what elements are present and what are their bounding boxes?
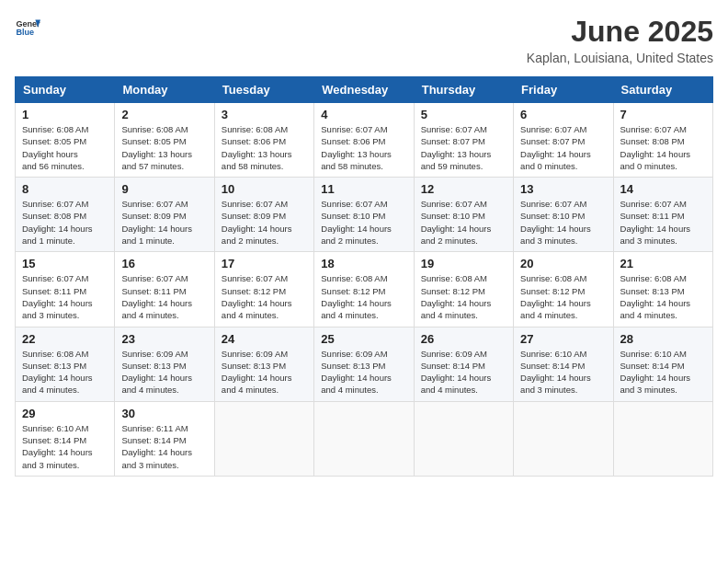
day-12: 12 Sunrise: 6:07 AMSunset: 8:10 PMDaylig… <box>414 178 513 252</box>
day-26: 26 Sunrise: 6:09 AMSunset: 8:14 PMDaylig… <box>414 327 513 401</box>
calendar-title: June 2025 <box>527 15 713 49</box>
header-friday: Friday <box>514 77 613 103</box>
week-row-5: 29 Sunrise: 6:10 AMSunset: 8:14 PMDaylig… <box>16 401 713 476</box>
day-15: 15 Sunrise: 6:07 AMSunset: 8:11 PMDaylig… <box>16 252 115 327</box>
week-row-1: 1 Sunrise: 6:08 AMSunset: 8:05 PMDayligh… <box>16 103 713 178</box>
day-18: 18 Sunrise: 6:08 AMSunset: 8:12 PMDaylig… <box>314 252 414 327</box>
day-16: 16 Sunrise: 6:07 AMSunset: 8:11 PMDaylig… <box>115 252 214 327</box>
empty-cell <box>314 401 414 476</box>
day-23: 23 Sunrise: 6:09 AMSunset: 8:13 PMDaylig… <box>115 327 214 401</box>
calendar-table: Sunday Monday Tuesday Wednesday Thursday… <box>15 76 713 477</box>
calendar-subtitle: Kaplan, Louisiana, United States <box>527 51 713 65</box>
header-saturday: Saturday <box>613 77 712 103</box>
empty-cell <box>514 401 613 476</box>
logo-icon: General Blue <box>15 15 40 40</box>
day-11: 11 Sunrise: 6:07 AMSunset: 8:10 PMDaylig… <box>314 178 414 252</box>
header-tuesday: Tuesday <box>214 77 313 103</box>
week-row-3: 15 Sunrise: 6:07 AMSunset: 8:11 PMDaylig… <box>16 252 713 327</box>
day-8: 8 Sunrise: 6:07 AMSunset: 8:08 PMDayligh… <box>16 178 115 252</box>
empty-cell <box>214 401 313 476</box>
header-wednesday: Wednesday <box>314 77 414 103</box>
day-6: 6 Sunrise: 6:07 AMSunset: 8:07 PMDayligh… <box>514 103 613 178</box>
day-1: 1 Sunrise: 6:08 AMSunset: 8:05 PMDayligh… <box>16 103 115 178</box>
header-thursday: Thursday <box>414 77 513 103</box>
day-20: 20 Sunrise: 6:08 AMSunset: 8:12 PMDaylig… <box>514 252 613 327</box>
week-row-4: 22 Sunrise: 6:08 AMSunset: 8:13 PMDaylig… <box>16 327 713 401</box>
day-4: 4 Sunrise: 6:07 AMSunset: 8:06 PMDayligh… <box>314 103 414 178</box>
logo: General Blue <box>15 15 40 40</box>
day-3: 3 Sunrise: 6:08 AMSunset: 8:06 PMDayligh… <box>214 103 313 178</box>
day-19: 19 Sunrise: 6:08 AMSunset: 8:12 PMDaylig… <box>414 252 513 327</box>
day-2: 2 Sunrise: 6:08 AMSunset: 8:05 PMDayligh… <box>115 103 214 178</box>
day-30: 30 Sunrise: 6:11 AMSunset: 8:14 PMDaylig… <box>115 401 214 476</box>
day-29: 29 Sunrise: 6:10 AMSunset: 8:14 PMDaylig… <box>16 401 115 476</box>
empty-cell <box>613 401 712 476</box>
day-24: 24 Sunrise: 6:09 AMSunset: 8:13 PMDaylig… <box>214 327 313 401</box>
day-10: 10 Sunrise: 6:07 AMSunset: 8:09 PMDaylig… <box>214 178 313 252</box>
page-header: General Blue June 2025 Kaplan, Louisiana… <box>15 15 713 65</box>
week-row-2: 8 Sunrise: 6:07 AMSunset: 8:08 PMDayligh… <box>16 178 713 252</box>
day-28: 28 Sunrise: 6:10 AMSunset: 8:14 PMDaylig… <box>613 327 712 401</box>
title-section: June 2025 Kaplan, Louisiana, United Stat… <box>527 15 713 65</box>
day-27: 27 Sunrise: 6:10 AMSunset: 8:14 PMDaylig… <box>514 327 613 401</box>
day-21: 21 Sunrise: 6:08 AMSunset: 8:13 PMDaylig… <box>613 252 712 327</box>
header-sunday: Sunday <box>16 77 115 103</box>
header-monday: Monday <box>115 77 214 103</box>
day-13: 13 Sunrise: 6:07 AMSunset: 8:10 PMDaylig… <box>514 178 613 252</box>
empty-cell <box>414 401 513 476</box>
day-25: 25 Sunrise: 6:09 AMSunset: 8:13 PMDaylig… <box>314 327 414 401</box>
day-5: 5 Sunrise: 6:07 AMSunset: 8:07 PMDayligh… <box>414 103 513 178</box>
svg-text:Blue: Blue <box>16 28 34 37</box>
day-17: 17 Sunrise: 6:07 AMSunset: 8:12 PMDaylig… <box>214 252 313 327</box>
day-22: 22 Sunrise: 6:08 AMSunset: 8:13 PMDaylig… <box>16 327 115 401</box>
day-9: 9 Sunrise: 6:07 AMSunset: 8:09 PMDayligh… <box>115 178 214 252</box>
header-row: Sunday Monday Tuesday Wednesday Thursday… <box>16 77 713 103</box>
day-14: 14 Sunrise: 6:07 AMSunset: 8:11 PMDaylig… <box>613 178 712 252</box>
day-7: 7 Sunrise: 6:07 AMSunset: 8:08 PMDayligh… <box>613 103 712 178</box>
